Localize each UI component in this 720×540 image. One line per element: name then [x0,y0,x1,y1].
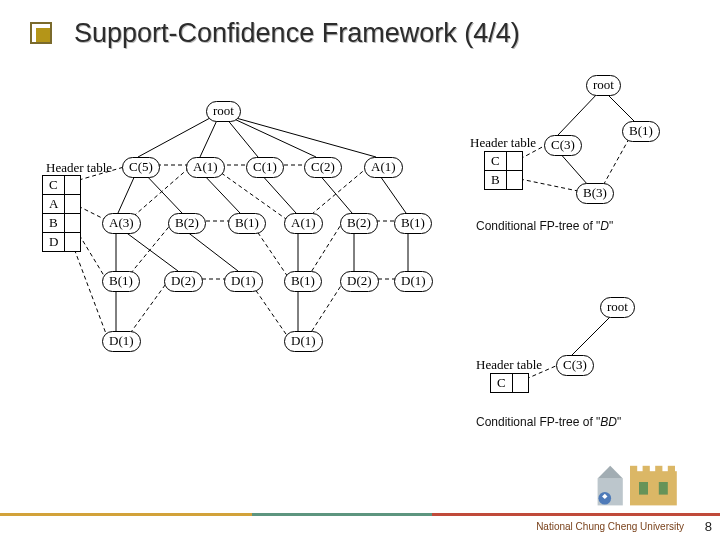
svg-marker-47 [598,466,623,479]
ht-left-a: A [43,195,65,214]
left-l1-2: C(1) [246,157,284,178]
left-root: root [206,101,241,122]
left-l1-0: C(5) [122,157,160,178]
left-l2-2: B(1) [228,213,266,234]
footer-brand: National Chung Cheng University [536,521,684,532]
rbd-root: root [600,297,635,318]
left-l1-1: A(1) [186,157,225,178]
caption-bd-pre: Conditional FP-tree of " [476,415,600,429]
title-bullet-icon [30,22,52,44]
left-l1-3: C(2) [304,157,342,178]
left-l3-1: D(2) [164,271,203,292]
svg-line-1 [200,118,218,157]
ht-left-c: C [43,176,65,195]
svg-line-3 [232,118,316,157]
caption-bd-post: " [617,415,621,429]
rd-l1-1: B(1) [622,121,660,142]
svg-rect-50 [643,466,650,473]
svg-rect-52 [668,466,675,473]
ht-d-b: B [485,171,507,190]
caption-d-post: " [609,219,613,233]
svg-line-7 [202,173,240,213]
left-l3-3: B(1) [284,271,322,292]
svg-line-44 [572,313,614,355]
svg-line-2 [226,118,258,157]
svg-line-22 [72,243,108,339]
ht-d-c: C [485,152,507,171]
left-l2-4: B(2) [340,213,378,234]
ht-left-d: D [43,233,65,252]
rd-l1-0: C(3) [544,135,582,156]
caption-d-it: D [600,219,609,233]
svg-line-8 [260,173,296,213]
svg-rect-48 [630,471,677,505]
rd-root: root [586,75,621,96]
svg-line-39 [606,93,636,123]
title-text: Support-Confidence Framework (4/4) [74,18,520,48]
slide-content: Header table C A B D root C(5) A(1) C(1)… [0,55,720,495]
svg-line-38 [558,93,598,135]
header-table-d: C B [484,151,523,190]
header-table-left: C A B D [42,175,81,252]
caption-d: Conditional FP-tree of "D" [476,219,613,233]
left-l3-4: D(2) [340,271,379,292]
rbd-l1-0: C(3) [556,355,594,376]
caption-bd-it: BD [600,415,617,429]
svg-rect-49 [630,466,637,473]
left-l3-0: B(1) [102,271,140,292]
university-logo-icon [594,454,684,510]
left-l4-1: D(1) [284,331,323,352]
left-l1-4: A(1) [364,157,403,178]
svg-line-12 [124,231,178,271]
svg-rect-54 [659,482,668,495]
rd-l2-0: B(3) [576,183,614,204]
svg-rect-51 [655,466,662,473]
svg-line-4 [236,118,376,157]
caption-d-pre: Conditional FP-tree of " [476,219,600,233]
svg-line-5 [118,173,136,213]
page-number: 8 [705,519,712,534]
svg-line-13 [186,231,238,271]
header-table-label-d: Header table [470,135,536,151]
caption-bd: Conditional FP-tree of "BD" [476,415,621,429]
svg-line-42 [520,179,578,191]
footer-rule [0,513,720,516]
left-l2-0: A(3) [102,213,141,234]
ht-left-b: B [43,214,65,233]
svg-line-9 [318,173,352,213]
left-l2-3: A(1) [284,213,323,234]
left-l2-5: B(1) [394,213,432,234]
svg-line-10 [378,173,406,213]
left-l2-1: B(2) [168,213,206,234]
slide-title: Support-Confidence Framework (4/4) Suppo… [0,0,720,55]
left-l3-5: D(1) [394,271,433,292]
ht-bd-c: C [491,374,513,393]
svg-line-0 [138,118,210,157]
header-table-label-bd: Header table [476,357,542,373]
svg-rect-53 [639,482,648,495]
left-l3-2: D(1) [224,271,263,292]
header-table-label-left: Header table [46,160,112,176]
header-table-bd: C [490,373,529,393]
svg-line-40 [558,151,588,185]
left-l4-0: D(1) [102,331,141,352]
